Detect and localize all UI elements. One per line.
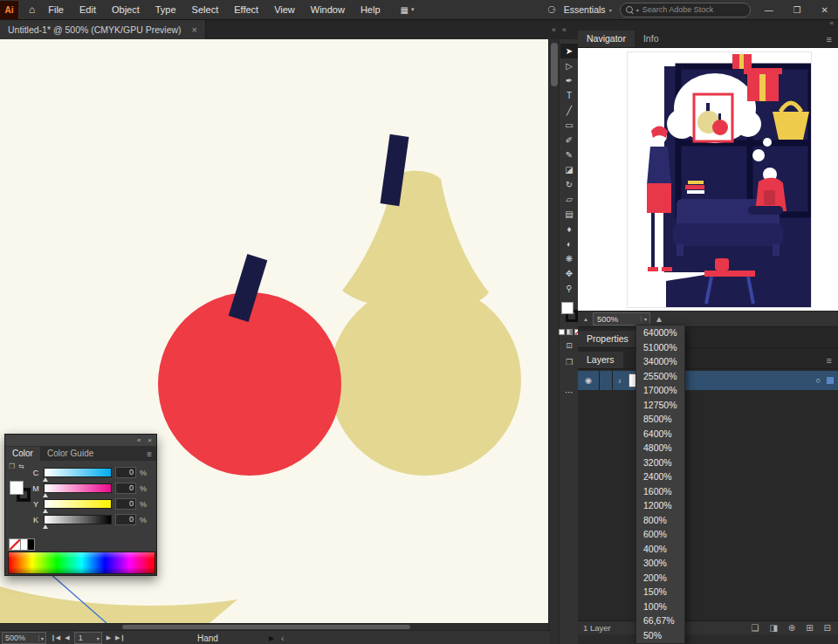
slider-pointer[interactable] bbox=[43, 477, 48, 482]
zoom-in-icon[interactable]: ▲ bbox=[655, 314, 663, 324]
zoom-option-800[interactable]: 800% bbox=[636, 513, 684, 528]
menu-select[interactable]: Select bbox=[184, 4, 227, 15]
c-value-input[interactable]: 0 bbox=[115, 467, 136, 478]
navigator-thumbnail[interactable] bbox=[627, 51, 812, 308]
eyedropper-tool[interactable]: ♦ bbox=[560, 222, 578, 236]
vscroll-thumb[interactable] bbox=[551, 43, 558, 86]
zoom-option-3200[interactable]: 3200% bbox=[636, 456, 684, 470]
pencil-tool[interactable]: ✎ bbox=[560, 147, 578, 162]
zoom-option-200[interactable]: 200% bbox=[636, 571, 684, 586]
zoom-option-2400[interactable]: 2400% bbox=[636, 469, 684, 484]
app-logo[interactable]: Ai bbox=[0, 1, 18, 19]
zoom-option-50[interactable]: 50% bbox=[636, 628, 684, 643]
tab-info[interactable]: Info bbox=[635, 31, 668, 47]
close-button[interactable]: ✕ bbox=[815, 5, 835, 15]
menu-object[interactable]: Object bbox=[104, 4, 148, 15]
menu-edit[interactable]: Edit bbox=[72, 4, 104, 15]
tab-navigator[interactable]: Navigator bbox=[578, 31, 635, 47]
minimize-button[interactable]: — bbox=[759, 5, 780, 15]
eraser-tool[interactable]: ◪ bbox=[560, 162, 578, 177]
zoom-option-51000[interactable]: 51000% bbox=[636, 340, 684, 355]
panel-menu-icon[interactable]: ≡ bbox=[827, 355, 838, 368]
zoom-option-34000[interactable]: 34000% bbox=[636, 354, 684, 369]
slider-pointer[interactable] bbox=[43, 493, 48, 497]
restore-button[interactable]: ❒ bbox=[787, 5, 807, 15]
menu-window[interactable]: Window bbox=[303, 4, 353, 15]
line-segment-tool[interactable]: ╱ bbox=[560, 103, 578, 118]
menu-effect[interactable]: Effect bbox=[226, 4, 266, 15]
expand-layer-icon[interactable]: › bbox=[613, 376, 627, 386]
tab-layers[interactable]: Layers bbox=[578, 352, 623, 368]
next-artboard-button[interactable]: ▶ bbox=[106, 634, 111, 641]
blend-tool[interactable]: ◐ bbox=[560, 236, 578, 251]
rotate-tool[interactable]: ↻ bbox=[560, 177, 578, 192]
zoom-option-17000[interactable]: 17000% bbox=[636, 383, 684, 398]
hand-tool[interactable]: ✥ bbox=[560, 266, 578, 281]
delete-layer-icon[interactable]: ⊟ bbox=[824, 623, 831, 633]
zoom-option-6400[interactable]: 6400% bbox=[636, 427, 684, 442]
swap-fill-stroke-icon[interactable]: ⇆ bbox=[18, 462, 24, 470]
close-panel-icon[interactable]: × bbox=[148, 436, 152, 444]
visibility-eye-icon[interactable]: ◉ bbox=[578, 371, 600, 390]
direct-selection-tool[interactable]: ▷ bbox=[560, 58, 578, 73]
screen-mode-button[interactable]: ❒ bbox=[560, 355, 578, 368]
workspace-switcher[interactable]: Essentials ▾ bbox=[564, 4, 612, 15]
none-swatch[interactable] bbox=[9, 538, 21, 551]
collect-export-icon[interactable]: ❏ bbox=[751, 623, 759, 633]
m-slider[interactable] bbox=[44, 483, 112, 493]
tab-color[interactable]: Color bbox=[5, 447, 40, 461]
m-value-input[interactable]: 0 bbox=[115, 483, 136, 494]
zoom-option-100[interactable]: 100% bbox=[636, 599, 684, 614]
slider-pointer[interactable] bbox=[43, 509, 48, 513]
k-slider[interactable] bbox=[44, 515, 112, 524]
zoom-option-600[interactable]: 600% bbox=[636, 527, 684, 542]
last-artboard-button[interactable]: ▶❙ bbox=[115, 634, 125, 641]
lock-toggle-cell[interactable] bbox=[600, 371, 613, 390]
statusbar-flyout-icon[interactable]: ▶ bbox=[269, 634, 274, 642]
zoom-out-icon[interactable]: ▲ bbox=[583, 317, 588, 322]
pear-body[interactable] bbox=[329, 284, 521, 476]
collapse-panels-icon[interactable]: « bbox=[830, 19, 834, 27]
hscroll-thumb[interactable] bbox=[122, 625, 410, 629]
menu-file[interactable]: File bbox=[40, 4, 72, 15]
fill-proxy[interactable] bbox=[561, 302, 574, 314]
document-tab[interactable]: Untitled-1* @ 500% (CMYK/GPU Preview) × bbox=[0, 19, 206, 39]
slider-pointer[interactable] bbox=[43, 524, 48, 529]
color-panel-titlebar[interactable]: « × bbox=[5, 435, 156, 446]
apple-body[interactable] bbox=[158, 292, 341, 476]
close-tab-icon[interactable]: × bbox=[192, 24, 197, 35]
target-circle-icon[interactable]: ○ bbox=[816, 376, 821, 385]
c-slider[interactable] bbox=[44, 468, 112, 477]
paintbrush-tool[interactable]: ✐ bbox=[560, 133, 578, 147]
zoom-option-12750[interactable]: 12750% bbox=[636, 398, 684, 413]
zoom-option-150[interactable]: 150% bbox=[636, 585, 684, 599]
panel-menu-icon[interactable]: ≡ bbox=[147, 449, 156, 461]
y-slider[interactable] bbox=[44, 499, 112, 509]
color-spectrum-bar[interactable] bbox=[8, 552, 155, 574]
zoom-option-1600[interactable]: 1600% bbox=[636, 484, 684, 499]
statusbar-zoom-select[interactable]: 500% ▾ bbox=[2, 632, 46, 644]
stock-search-input[interactable]: ▾ Search Adobe Stock bbox=[620, 3, 751, 17]
k-value-input[interactable]: 0 bbox=[115, 514, 136, 525]
white-swatch[interactable] bbox=[21, 538, 28, 551]
drawing-mode-button[interactable]: ⊡ bbox=[560, 339, 578, 352]
zoom-option-64000[interactable]: 64000% bbox=[636, 325, 684, 340]
collapse-panel-icon[interactable]: « bbox=[137, 436, 141, 444]
scale-tool[interactable]: ▱ bbox=[560, 192, 578, 207]
home-icon[interactable]: ⌂ bbox=[24, 3, 40, 16]
selection-tool[interactable]: ➤ bbox=[560, 44, 578, 58]
artboard-select[interactable]: 1 ▾ bbox=[74, 632, 102, 644]
arrange-documents-button[interactable]: ▦ ▾ bbox=[401, 5, 415, 15]
gradient-tool[interactable]: ▤ bbox=[560, 207, 578, 222]
make-mask-icon[interactable]: ◨ bbox=[769, 623, 777, 633]
zoom-option-300[interactable]: 300% bbox=[636, 556, 684, 571]
layer-row[interactable]: ◉ › ○ bbox=[578, 371, 838, 390]
new-layer-icon[interactable]: ⊞ bbox=[806, 623, 813, 633]
prev-artboard-button[interactable]: ◀ bbox=[65, 634, 69, 641]
default-fill-stroke-icon[interactable]: ❐ bbox=[9, 462, 15, 470]
edit-toolbar-button[interactable]: ⋯ bbox=[565, 387, 574, 397]
y-value-input[interactable]: 0 bbox=[115, 498, 136, 510]
first-artboard-button[interactable]: ❙◀ bbox=[51, 634, 60, 641]
discover-icon[interactable]: ⚆ bbox=[547, 4, 556, 16]
zoom-option-4800[interactable]: 4800% bbox=[636, 441, 684, 456]
